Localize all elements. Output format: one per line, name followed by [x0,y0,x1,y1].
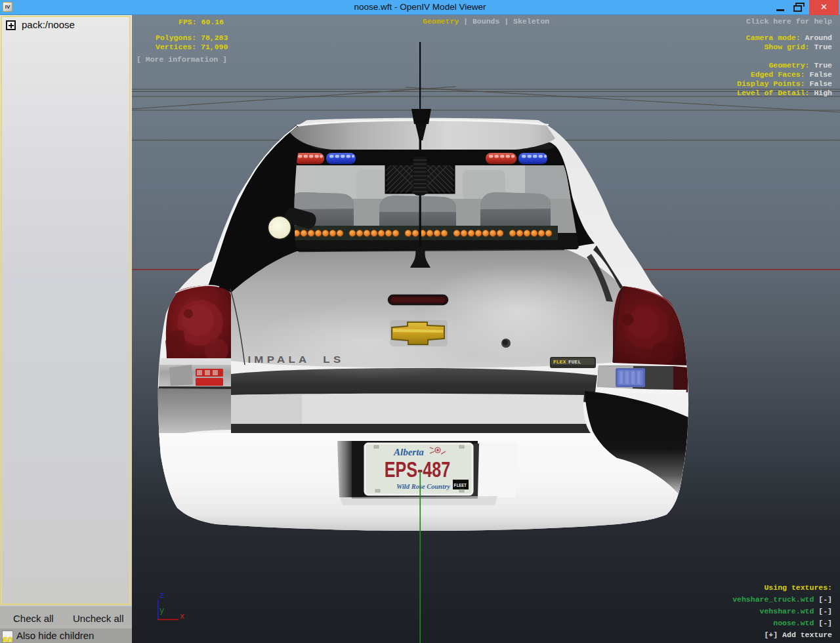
svg-text:EPS-487: EPS-487 [385,457,450,482]
svg-text:IMPALA LS: IMPALA LS [247,354,344,365]
svg-text:FUEL: FUEL [568,359,581,365]
svg-text:FLEET: FLEET [454,484,467,488]
svg-text:Alberta: Alberta [393,447,424,457]
svg-text:Wild Rose Country: Wild Rose Country [396,483,450,490]
svg-text:y: y [159,606,164,615]
svg-text:x: x [180,612,184,621]
svg-text:FLEX: FLEX [553,359,566,365]
svg-text:z: z [159,591,164,600]
